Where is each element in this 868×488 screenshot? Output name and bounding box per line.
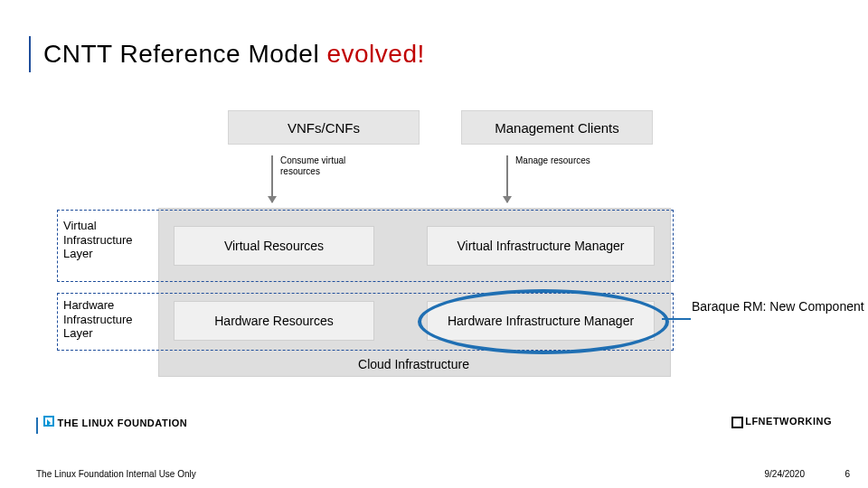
box-hardware-infra-mgr: Hardware Infrastructure Manager — [427, 301, 655, 341]
arrow-consume — [271, 155, 273, 202]
footer-date: 9/24/2020 — [765, 469, 806, 479]
title-accent — [29, 36, 31, 72]
label-vim: Virtual Infrastructure Manager — [458, 239, 625, 254]
footer-page-number: 6 — [844, 469, 850, 479]
arrow-manage-label: Manage resources — [515, 155, 590, 166]
lfn-text: LFNETWORKING — [745, 416, 832, 427]
cloud-infrastructure-label: Cloud Infrastructure — [158, 357, 669, 371]
label-mgmt: Management Clients — [495, 120, 619, 136]
slide-title: CNTT Reference Model evolved! — [43, 40, 425, 69]
hardware-layer-label: Hardware Infrastructure Layer — [63, 298, 154, 341]
lf-text: THE LINUX FOUNDATION — [58, 418, 188, 428]
arrow-manage — [506, 155, 508, 202]
logo-lf-networking: LFNETWORKING — [731, 416, 832, 428]
arrow-consume-label: Consume virtual resources — [280, 155, 345, 177]
virtual-layer-label: Virtual Infrastructure Layer — [63, 219, 154, 261]
callout-connector — [662, 318, 691, 320]
box-mgmt-clients: Management Clients — [461, 110, 653, 145]
callout-text: Baraque RM: New Component — [692, 298, 864, 314]
slide: CNTT Reference Model evolved! VNFs/CNFs … — [0, 0, 868, 488]
label-vnfs: VNFs/CNFs — [288, 120, 360, 136]
box-hardware-resources: Hardware Resources — [174, 301, 374, 341]
label-vr: Virtual Resources — [224, 239, 324, 254]
footer-disclaimer: The Linux Foundation Internal Use Only — [36, 469, 196, 479]
title-highlight: evolved! — [326, 40, 424, 68]
logo-linux-foundation: THE LINUX FOUNDATION — [43, 416, 187, 428]
lf-icon — [43, 416, 54, 427]
box-virtual-resources: Virtual Resources — [174, 226, 374, 266]
title-main: CNTT Reference Model — [43, 40, 326, 68]
lfn-icon — [731, 417, 743, 428]
box-vnfs-cnfs: VNFs/CNFs — [228, 110, 420, 145]
label-him: Hardware Infrastructure Manager — [448, 314, 634, 329]
box-virtual-infra-mgr: Virtual Infrastructure Manager — [427, 226, 655, 266]
footer-accent — [36, 418, 38, 434]
label-hr: Hardware Resources — [214, 314, 334, 329]
